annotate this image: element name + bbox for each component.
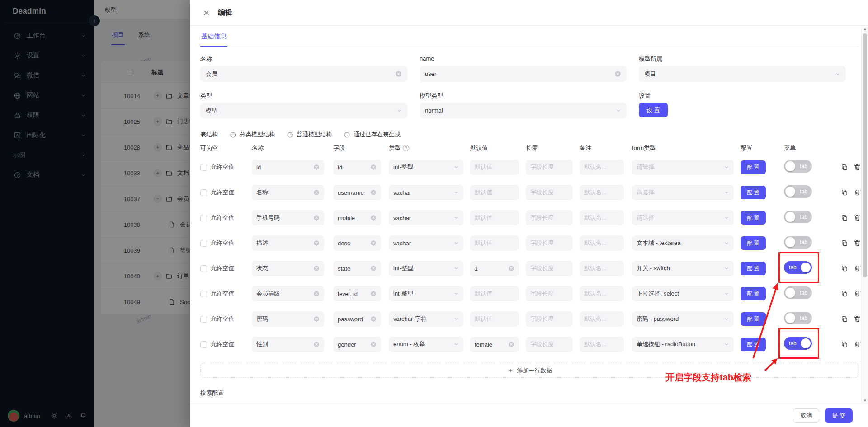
form-type-select[interactable]: 文本域 - textarea bbox=[632, 235, 734, 251]
note-input[interactable]: 默认名... bbox=[580, 210, 624, 225]
clear-icon[interactable] bbox=[313, 316, 320, 322]
field-type-select[interactable]: int-整型 bbox=[389, 160, 463, 175]
form-type-select[interactable]: 请选择 bbox=[632, 210, 734, 225]
tab-toggle[interactable]: tab bbox=[784, 185, 812, 198]
model-belong-select[interactable]: 项目 bbox=[639, 66, 846, 82]
nullable-checkbox[interactable] bbox=[200, 164, 207, 171]
form-type-select[interactable]: 下拉选择- select bbox=[632, 286, 734, 301]
note-input[interactable]: 默认名... bbox=[580, 261, 624, 276]
clear-icon[interactable] bbox=[370, 164, 377, 170]
note-input[interactable]: 默认名... bbox=[580, 235, 624, 251]
copy-icon[interactable] bbox=[841, 315, 848, 323]
config-button[interactable]: 配 置 bbox=[741, 160, 766, 174]
copy-icon[interactable] bbox=[841, 341, 848, 348]
field-code-input[interactable]: mobile bbox=[333, 210, 381, 225]
delete-icon[interactable] bbox=[854, 315, 861, 323]
delete-icon[interactable] bbox=[854, 214, 861, 221]
copy-icon[interactable] bbox=[841, 239, 848, 247]
config-button[interactable]: 配 置 bbox=[741, 236, 766, 250]
config-button[interactable]: 配 置 bbox=[741, 262, 766, 275]
settings-button[interactable]: 设 置 bbox=[639, 103, 668, 117]
copy-icon[interactable] bbox=[841, 214, 848, 221]
clear-icon[interactable] bbox=[313, 164, 320, 170]
clear-icon[interactable] bbox=[313, 189, 320, 196]
field-type-select[interactable]: vachar bbox=[389, 210, 463, 225]
config-button[interactable]: 配 置 bbox=[741, 186, 766, 199]
default-value-input[interactable]: 默认值 bbox=[470, 185, 519, 200]
note-input[interactable]: 默认名... bbox=[580, 286, 624, 301]
default-value-input[interactable]: 1 bbox=[470, 261, 519, 276]
clear-icon[interactable] bbox=[370, 291, 377, 297]
delete-icon[interactable] bbox=[854, 341, 861, 348]
field-type-select[interactable]: vachar bbox=[389, 185, 463, 200]
form-type-select[interactable]: 请选择 bbox=[632, 160, 734, 175]
clear-icon[interactable] bbox=[313, 291, 320, 297]
scroll-up-arrow[interactable]: ▲ bbox=[862, 27, 868, 31]
clear-icon[interactable] bbox=[370, 316, 377, 322]
field-name-input[interactable]: 名称 bbox=[252, 185, 324, 200]
clear-icon[interactable] bbox=[395, 70, 402, 77]
field-code-input[interactable]: gender bbox=[333, 337, 381, 352]
field-name-input[interactable]: 会员等级 bbox=[252, 286, 324, 301]
nullable-checkbox[interactable] bbox=[200, 265, 207, 272]
field-name-input[interactable]: 描述 bbox=[252, 235, 324, 251]
cancel-button[interactable]: 取消 bbox=[793, 408, 819, 423]
model-type-select[interactable]: normal bbox=[420, 103, 627, 118]
delete-icon[interactable] bbox=[854, 164, 861, 171]
field-name-input[interactable]: 密码 bbox=[252, 311, 324, 327]
clear-icon[interactable] bbox=[508, 341, 514, 347]
nullable-checkbox[interactable] bbox=[200, 316, 207, 323]
field-code-input[interactable]: id bbox=[333, 160, 381, 175]
close-icon[interactable] bbox=[203, 9, 210, 17]
type-select[interactable]: 模型 bbox=[200, 103, 407, 118]
clear-icon[interactable] bbox=[313, 215, 320, 221]
form-type-select[interactable]: 请选择 bbox=[632, 185, 734, 200]
default-value-input[interactable]: 默认值 bbox=[470, 311, 519, 327]
clear-icon[interactable] bbox=[370, 215, 377, 221]
name-en-input[interactable]: user bbox=[420, 66, 627, 82]
note-input[interactable]: 默认名... bbox=[580, 337, 624, 352]
field-name-input[interactable]: 状态 bbox=[252, 261, 324, 276]
length-input[interactable]: 字段长度 bbox=[526, 337, 573, 352]
default-value-input[interactable]: 默认值 bbox=[470, 160, 519, 175]
field-name-input[interactable]: id bbox=[252, 160, 324, 175]
option-from-existing-table[interactable]: 通过已存在表生成 bbox=[344, 131, 401, 139]
nullable-checkbox[interactable] bbox=[200, 215, 207, 221]
clear-icon[interactable] bbox=[313, 341, 320, 347]
default-value-input[interactable]: 默认值 bbox=[470, 235, 519, 251]
field-code-input[interactable]: state bbox=[333, 261, 381, 276]
config-button[interactable]: 配 置 bbox=[741, 312, 766, 326]
config-button[interactable]: 配 置 bbox=[741, 211, 766, 225]
clear-icon[interactable] bbox=[313, 265, 320, 272]
field-name-input[interactable]: 性别 bbox=[252, 337, 324, 352]
scrollbar-thumb[interactable] bbox=[863, 33, 867, 277]
default-value-input[interactable]: 默认值 bbox=[470, 286, 519, 301]
delete-icon[interactable] bbox=[854, 239, 861, 247]
field-code-input[interactable]: desc bbox=[333, 235, 381, 251]
add-row-button[interactable]: 添加一行数据 bbox=[200, 363, 859, 378]
nullable-checkbox[interactable] bbox=[200, 189, 207, 196]
nullable-checkbox[interactable] bbox=[200, 341, 207, 348]
clear-icon[interactable] bbox=[370, 240, 377, 246]
clear-icon[interactable] bbox=[313, 240, 320, 246]
tab-toggle[interactable]: tab bbox=[784, 261, 812, 274]
tab-basic-info[interactable]: 基础信息 bbox=[200, 32, 227, 47]
config-button[interactable]: 配 置 bbox=[741, 338, 766, 351]
copy-icon[interactable] bbox=[841, 164, 848, 171]
nullable-checkbox[interactable] bbox=[200, 291, 207, 297]
copy-icon[interactable] bbox=[841, 189, 848, 196]
scrollbar[interactable]: ▲ ▼ bbox=[861, 26, 868, 404]
length-input[interactable]: 字段长度 bbox=[526, 185, 573, 200]
field-type-select[interactable]: enum - 枚举 bbox=[389, 337, 463, 352]
length-input[interactable]: 字段长度 bbox=[526, 160, 573, 175]
form-type-select[interactable]: 开关 - switch bbox=[632, 261, 734, 276]
length-input[interactable]: 字段长度 bbox=[526, 235, 573, 251]
delete-icon[interactable] bbox=[854, 189, 861, 196]
clear-icon[interactable] bbox=[370, 341, 377, 347]
tab-toggle[interactable]: tab bbox=[784, 337, 812, 350]
default-value-input[interactable]: female bbox=[470, 337, 519, 352]
submit-button[interactable]: 提 交 bbox=[825, 408, 853, 423]
default-value-input[interactable]: 默认值 bbox=[470, 210, 519, 225]
length-input[interactable]: 字段长度 bbox=[526, 261, 573, 276]
tab-toggle[interactable]: tab bbox=[784, 286, 812, 299]
